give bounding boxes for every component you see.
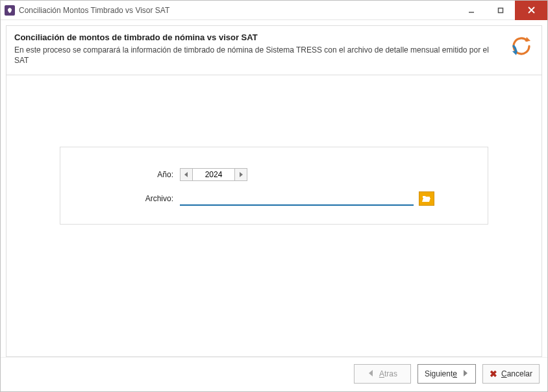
page-title: Conciliación de montos de timbrado de nó… bbox=[14, 32, 501, 42]
folder-open-icon bbox=[422, 195, 431, 202]
svg-rect-1 bbox=[498, 8, 503, 12]
cancel-button-label: Cancelar bbox=[501, 369, 532, 378]
window-title: Conciliación Montos Timbrado vs Visor SA… bbox=[19, 6, 169, 15]
cancel-x-icon: ✖ bbox=[490, 369, 497, 379]
close-button[interactable] bbox=[515, 1, 547, 20]
next-button[interactable]: Siguiente bbox=[417, 364, 476, 384]
browse-button[interactable] bbox=[419, 191, 434, 206]
next-button-label: Siguiente bbox=[425, 369, 457, 378]
svg-marker-8 bbox=[369, 370, 373, 376]
refresh-icon bbox=[509, 34, 534, 58]
app-icon bbox=[5, 5, 15, 16]
wizard-footer: Atras Siguiente ✖ Cancelar bbox=[1, 357, 547, 391]
year-value: 2024 bbox=[193, 168, 234, 181]
year-decrement-button[interactable] bbox=[180, 168, 193, 181]
svg-marker-4 bbox=[525, 37, 530, 42]
back-button-label: Atras bbox=[379, 369, 397, 378]
year-increment-button[interactable] bbox=[234, 168, 247, 181]
titlebar: Conciliación Montos Timbrado vs Visor SA… bbox=[1, 1, 547, 20]
wizard-content: Año: 2024 Archivo: bbox=[6, 75, 542, 357]
cancel-button[interactable]: ✖ Cancelar bbox=[482, 364, 540, 384]
svg-marker-7 bbox=[240, 172, 243, 177]
year-label: Año: bbox=[76, 170, 180, 179]
chevron-left-icon bbox=[367, 369, 375, 379]
file-input[interactable] bbox=[180, 191, 414, 206]
minimize-button[interactable] bbox=[456, 1, 486, 20]
back-button[interactable]: Atras bbox=[354, 364, 411, 384]
form-panel: Año: 2024 Archivo: bbox=[60, 147, 488, 225]
file-label: Archivo: bbox=[76, 194, 180, 203]
page-description: En este proceso se comparará la informac… bbox=[14, 45, 501, 66]
svg-marker-6 bbox=[184, 172, 188, 177]
chevron-right-icon bbox=[461, 369, 469, 379]
year-stepper[interactable]: 2024 bbox=[180, 168, 247, 181]
svg-marker-5 bbox=[512, 51, 517, 55]
svg-marker-9 bbox=[464, 370, 467, 376]
wizard-header: Conciliación de montos de timbrado de nó… bbox=[6, 25, 542, 75]
maximize-button[interactable] bbox=[486, 1, 515, 20]
